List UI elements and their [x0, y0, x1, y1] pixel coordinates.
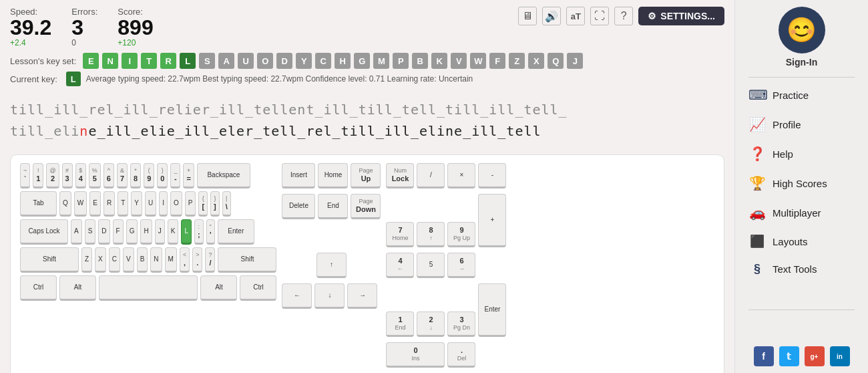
key-num-slash[interactable]: /: [417, 163, 445, 189]
key-o[interactable]: O: [170, 191, 182, 217]
key-k[interactable]: K: [168, 219, 179, 245]
key-bracket-close[interactable]: }]: [210, 191, 220, 217]
key-s[interactable]: S: [85, 219, 96, 245]
key-tab[interactable]: Tab: [20, 191, 57, 217]
sidebar-item-profile[interactable]: 📈 Profile: [735, 110, 868, 139]
key-m[interactable]: M: [165, 247, 177, 273]
key-space[interactable]: [99, 275, 198, 301]
settings-button[interactable]: ⚙ SETTINGS...: [638, 7, 724, 25]
key-num-1[interactable]: 1End: [386, 312, 414, 337]
signin-label[interactable]: Sign-In: [786, 57, 817, 68]
key-r[interactable]: R: [103, 191, 115, 217]
key-num-0[interactable]: 0Ins: [386, 342, 445, 368]
key-ctrl-right[interactable]: Ctrl: [240, 275, 276, 301]
key-g[interactable]: G: [126, 219, 138, 245]
key-num-enter[interactable]: Enter: [478, 283, 506, 337]
linkedin-icon[interactable]: in: [830, 346, 850, 366]
key-i[interactable]: I: [159, 191, 168, 217]
key-backspace[interactable]: Backspace: [197, 163, 250, 189]
key-up[interactable]: ↑: [316, 253, 347, 278]
key-num-3[interactable]: 3Pg Dn: [447, 312, 475, 337]
sidebar-item-help[interactable]: ❓ Help: [735, 139, 868, 168]
key-t[interactable]: T: [118, 191, 128, 217]
key-w[interactable]: W: [74, 191, 87, 217]
key-1[interactable]: !1: [33, 163, 43, 189]
key-h[interactable]: H: [140, 219, 152, 245]
key-capslock[interactable]: Caps Lock: [20, 219, 68, 245]
key-v[interactable]: V: [123, 247, 134, 273]
sidebar-item-layouts[interactable]: ⬛ Layouts: [735, 227, 868, 255]
key-3[interactable]: #3: [62, 163, 73, 189]
key-backtick[interactable]: ~`: [20, 163, 30, 189]
key-2[interactable]: @2: [46, 163, 59, 189]
typing-area[interactable]: till_ill_rel_ill_relier_ill_tellent_ill_…: [10, 90, 724, 150]
key-pageup[interactable]: PageUp: [351, 163, 381, 189]
key-7[interactable]: &7: [117, 163, 128, 189]
key-5[interactable]: %5: [89, 163, 101, 189]
key-num-9[interactable]: 9Pg Up: [447, 222, 475, 247]
key-quote[interactable]: "': [206, 219, 215, 245]
googleplus-icon[interactable]: g+: [805, 346, 825, 366]
key-down[interactable]: ↓: [314, 283, 345, 309]
text-size-icon[interactable]: aT: [566, 7, 585, 25]
key-num-plus[interactable]: +: [478, 194, 506, 247]
key-numlock[interactable]: NumLock: [386, 163, 414, 189]
key-end[interactable]: End: [318, 194, 348, 219]
help-icon[interactable]: ?: [614, 7, 633, 25]
key-e[interactable]: E: [89, 191, 101, 217]
key-right[interactable]: →: [347, 283, 377, 309]
key-bracket-open[interactable]: {[: [198, 191, 208, 217]
key-y[interactable]: Y: [131, 191, 142, 217]
key-pagedown[interactable]: PageDown: [351, 194, 381, 219]
key-home[interactable]: Home: [318, 163, 348, 189]
key-period[interactable]: >.: [192, 247, 202, 273]
key-ctrl-left[interactable]: Ctrl: [20, 275, 57, 301]
key-j[interactable]: J: [155, 219, 165, 245]
key-alt-left[interactable]: Alt: [59, 275, 96, 301]
key-comma[interactable]: <,: [180, 247, 190, 273]
key-num-dot[interactable]: .Del: [447, 342, 475, 368]
key-semicolon[interactable]: :;: [194, 219, 204, 245]
key-minus[interactable]: _-: [170, 163, 180, 189]
key-a[interactable]: A: [71, 219, 82, 245]
key-num-5[interactable]: 5: [417, 253, 445, 278]
key-shift-left[interactable]: Shift: [20, 247, 79, 273]
twitter-icon[interactable]: 𝕥: [779, 346, 799, 366]
key-l-highlight[interactable]: L: [181, 219, 192, 245]
key-num-6[interactable]: 6→: [447, 253, 475, 278]
key-c[interactable]: C: [109, 247, 120, 273]
key-num-2[interactable]: 2↓: [417, 312, 445, 337]
fullscreen-icon[interactable]: ⛶: [590, 7, 609, 25]
key-insert[interactable]: Insert: [282, 163, 315, 189]
key-slash[interactable]: ?/: [205, 247, 215, 273]
key-0[interactable]: )0: [157, 163, 168, 189]
key-4[interactable]: $4: [75, 163, 86, 189]
sidebar-item-highscores[interactable]: 🏆 High Scores: [735, 168, 868, 198]
key-num-8[interactable]: 8↑: [417, 222, 445, 247]
key-6[interactable]: ^6: [103, 163, 114, 189]
key-8[interactable]: *8: [130, 163, 141, 189]
key-x[interactable]: X: [95, 247, 106, 273]
sidebar-item-practice[interactable]: ⌨ Practice: [735, 80, 868, 110]
key-n[interactable]: N: [150, 247, 162, 273]
monitor-icon[interactable]: 🖥: [518, 7, 537, 25]
key-d[interactable]: D: [98, 219, 110, 245]
key-backslash[interactable]: |\: [222, 191, 231, 217]
key-shift-right[interactable]: Shift: [218, 247, 276, 273]
key-9[interactable]: (9: [144, 163, 154, 189]
key-q[interactable]: Q: [59, 191, 71, 217]
sound-icon[interactable]: 🔊: [542, 7, 561, 25]
sidebar-item-multiplayer[interactable]: 🚗 Multiplayer: [735, 198, 868, 227]
key-p[interactable]: P: [185, 191, 196, 217]
key-alt-right[interactable]: Alt: [200, 275, 237, 301]
key-delete[interactable]: Delete: [282, 194, 315, 219]
key-b[interactable]: B: [137, 247, 148, 273]
key-left[interactable]: ←: [282, 283, 312, 309]
sidebar-item-texttools[interactable]: § Text Tools: [735, 255, 868, 283]
key-f[interactable]: F: [113, 219, 124, 245]
key-z[interactable]: Z: [81, 247, 92, 273]
key-num-minus[interactable]: -: [478, 163, 506, 189]
key-equals[interactable]: +=: [183, 163, 194, 189]
key-enter[interactable]: Enter: [218, 219, 254, 245]
key-num-star[interactable]: ×: [447, 163, 475, 189]
